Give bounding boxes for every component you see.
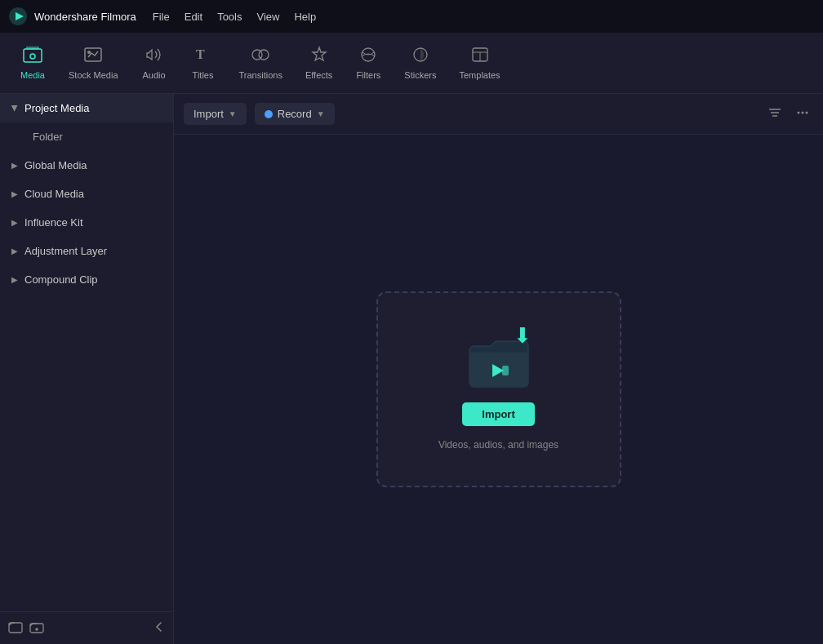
main-layout: ▶ Project Media Folder ▶ Global Media ▶ … <box>0 94 823 644</box>
app-logo: Wondershare Filmora <box>8 7 136 26</box>
chevron-icon: ▶ <box>11 161 18 170</box>
sidebar-item-cloud-media[interactable]: ▶ Cloud Media <box>0 180 173 208</box>
record-chevron-icon: ▼ <box>317 109 325 118</box>
sidebar-item-influence-kit[interactable]: ▶ Influence Kit <box>0 208 173 237</box>
sidebar-item-label: Project Media <box>24 102 89 114</box>
filters-icon <box>358 46 378 67</box>
new-folder-icon[interactable] <box>8 620 23 637</box>
sidebar-item-label: Cloud Media <box>24 188 84 200</box>
stickers-icon <box>411 46 430 67</box>
record-button[interactable]: Record ▼ <box>255 103 335 125</box>
import-button[interactable]: Import ▼ <box>184 103 247 125</box>
more-options-button[interactable] <box>792 102 813 127</box>
svg-point-22 <box>798 111 800 113</box>
svg-point-23 <box>802 111 804 113</box>
app-name: Wondershare Filmora <box>34 11 136 23</box>
media-label: Media <box>20 70 45 80</box>
templates-icon <box>470 46 490 67</box>
add-folder-icon[interactable] <box>29 620 44 637</box>
folder-label: Folder <box>33 131 63 143</box>
toolbar-audio[interactable]: Audio <box>130 39 179 87</box>
toolbar-stock-media[interactable]: Stock Media <box>57 39 130 87</box>
sidebar-collapse-icon[interactable] <box>153 621 165 635</box>
sidebar: ▶ Project Media Folder ▶ Global Media ▶ … <box>0 94 174 644</box>
sidebar-item-global-media[interactable]: ▶ Global Media <box>0 151 173 180</box>
titles-label: Titles <box>193 70 214 80</box>
stock-media-label: Stock Media <box>69 70 118 80</box>
stock-media-icon <box>83 46 103 67</box>
sidebar-item-label: Global Media <box>24 159 87 171</box>
sidebar-item-label: Influence Kit <box>24 216 83 229</box>
import-label: Import <box>194 108 224 120</box>
sidebar-item-label: Adjustment Layer <box>24 245 107 257</box>
filter-sort-button[interactable] <box>764 102 785 127</box>
sidebar-item-adjustment-layer[interactable]: ▶ Adjustment Layer <box>0 237 173 265</box>
drop-zone-icon: ⬇ <box>466 328 532 389</box>
menu-file[interactable]: File <box>153 11 170 23</box>
svg-point-24 <box>806 111 808 113</box>
media-icon <box>23 46 42 67</box>
filters-label: Filters <box>356 70 380 80</box>
chevron-icon: ▶ <box>11 189 18 198</box>
sidebar-item-project-media[interactable]: ▶ Project Media <box>0 94 173 122</box>
stickers-label: Stickers <box>404 70 436 80</box>
chevron-icon: ▶ <box>11 105 20 112</box>
menu-help[interactable]: Help <box>294 11 316 23</box>
chevron-icon: ▶ <box>11 218 18 227</box>
sidebar-item-compound-clip[interactable]: ▶ Compound Clip <box>0 265 173 294</box>
top-bar: Wondershare Filmora File Edit Tools View… <box>0 0 823 33</box>
transitions-icon <box>251 46 270 67</box>
record-label: Record <box>278 108 312 120</box>
sidebar-footer <box>0 611 173 644</box>
sidebar-item-folder[interactable]: Folder <box>0 122 173 151</box>
toolbar-filters[interactable]: Filters <box>344 39 393 87</box>
svg-point-4 <box>30 54 35 59</box>
toolbar-actions <box>764 102 813 127</box>
toolbar-transitions[interactable]: Transitions <box>228 39 294 87</box>
import-chevron-icon: ▼ <box>229 109 237 118</box>
titles-icon: T <box>194 46 213 67</box>
svg-text:T: T <box>196 47 205 61</box>
menu-tools[interactable]: Tools <box>217 11 242 23</box>
download-arrow-icon: ⬇ <box>514 325 532 346</box>
drop-zone-hint: Videos, audios, and images <box>438 439 558 451</box>
content-area: Import ▼ Record ▼ <box>174 94 823 644</box>
chevron-icon: ▶ <box>11 275 18 284</box>
drop-zone-import-button[interactable]: Import <box>462 402 534 426</box>
toolbar-titles[interactable]: T Titles <box>179 39 228 87</box>
svg-rect-3 <box>26 47 39 50</box>
sidebar-item-label: Compound Clip <box>24 273 98 286</box>
audio-label: Audio <box>142 70 165 80</box>
effects-icon <box>309 46 329 67</box>
import-button-label: Import <box>482 408 514 420</box>
main-toolbar: Media Stock Media Audio T T <box>0 33 823 94</box>
svg-rect-27 <box>502 366 509 375</box>
toolbar-stickers[interactable]: Stickers <box>393 39 447 87</box>
toolbar-effects[interactable]: Effects <box>294 39 344 87</box>
transitions-label: Transitions <box>239 70 282 80</box>
app-logo-icon <box>8 7 28 26</box>
toolbar-templates[interactable]: Templates <box>447 39 511 87</box>
effects-label: Effects <box>305 70 332 80</box>
templates-label: Templates <box>459 70 500 80</box>
svg-point-9 <box>259 50 269 60</box>
menu-bar: File Edit Tools View Help <box>153 11 316 23</box>
drop-zone-container: ⬇ Import Videos, audios, and images <box>174 135 823 644</box>
audio-icon <box>145 46 164 67</box>
content-toolbar: Import ▼ Record ▼ <box>174 94 823 135</box>
sidebar-content: ▶ Project Media Folder ▶ Global Media ▶ … <box>0 94 173 611</box>
record-dot-icon <box>265 110 273 118</box>
chevron-icon: ▶ <box>11 246 18 255</box>
menu-edit[interactable]: Edit <box>185 11 202 23</box>
menu-view[interactable]: View <box>256 11 279 23</box>
toolbar-media[interactable]: Media <box>8 39 57 87</box>
svg-point-6 <box>87 51 91 54</box>
svg-rect-2 <box>24 49 42 62</box>
drop-zone[interactable]: ⬇ Import Videos, audios, and images <box>376 291 621 487</box>
